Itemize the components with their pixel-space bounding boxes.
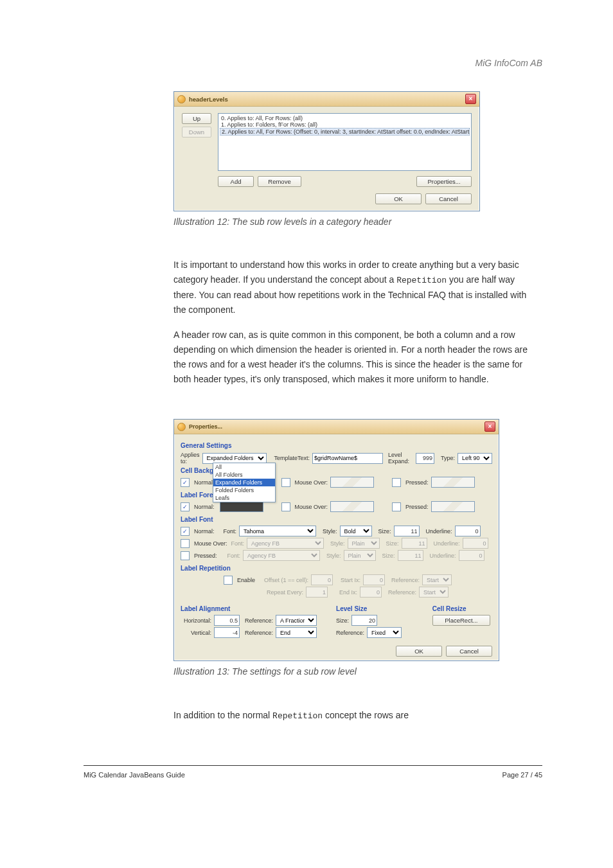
appliesto-label: Applies to: [181, 452, 200, 465]
illustration-12-caption: Illustration 12: The sub row levels in a… [173, 215, 443, 228]
close-icon[interactable]: × [484, 421, 495, 432]
font-pr-checkbox[interactable] [181, 551, 190, 560]
font-mo-checkbox[interactable] [181, 539, 190, 548]
font-select[interactable]: Tahoma [239, 526, 316, 536]
endix-label: End Ix: [339, 589, 357, 596]
list-item[interactable]: 0. Applies to: All, For Rows: (all) [220, 115, 470, 121]
mouseover-checkbox[interactable] [281, 478, 290, 487]
size-label: Size: [378, 528, 391, 535]
style-label-dis: Style: [330, 540, 345, 547]
fg-normal-swatch[interactable] [220, 501, 263, 512]
levelsize-input[interactable]: 20 [351, 615, 377, 626]
size-input[interactable]: 11 [394, 526, 420, 536]
props-cancel-button[interactable]: Cancel [446, 646, 492, 657]
underline-label-dis2: Underline: [430, 553, 456, 559]
offset-input: 0 [311, 574, 333, 585]
pressed-checkbox[interactable] [392, 478, 401, 487]
size-mo-input: 11 [402, 538, 427, 549]
list-item[interactable]: 2. Applies to: All, For Rows: (Offset: 0… [220, 128, 470, 136]
cellbg-mouseover-swatch[interactable] [330, 477, 374, 488]
properties-button[interactable]: Properties... [416, 176, 472, 187]
underline-label: Underline: [426, 528, 452, 535]
option-allfolders[interactable]: All Folders [213, 471, 275, 479]
font-mo-label: Mouse Over: [194, 540, 227, 547]
cellbg-pressed-swatch[interactable] [431, 477, 475, 488]
underline-label-dis: Underline: [434, 540, 460, 547]
repeat-label: Repeat Every: [267, 589, 303, 596]
ref-fraction-select[interactable]: A Fraction [276, 615, 317, 626]
font-mo-select: Agency FB [247, 538, 324, 549]
add-button[interactable]: Add [218, 176, 254, 187]
size-label-dis2: Size: [382, 553, 395, 559]
fg-normal-label: Normal: [194, 504, 215, 510]
fg-mouseover-swatch[interactable] [330, 501, 374, 512]
up-button[interactable]: Up [182, 113, 211, 124]
horiz-input[interactable]: 0.5 [214, 615, 240, 626]
remove-button[interactable]: Remove [258, 176, 301, 187]
font-label: Font: [224, 528, 237, 535]
font-label-dis2: Font: [227, 553, 241, 559]
horiz-label: Horizontal: [181, 617, 211, 624]
pressed-label: Pressed: [405, 479, 429, 486]
option-leafs[interactable]: Leafs [213, 494, 275, 502]
font-normal-checkbox[interactable]: ✓ [181, 527, 190, 536]
dialog2-title: Properties... [189, 423, 222, 430]
ok-button[interactable]: OK [375, 193, 422, 204]
mouseover-label: Mouse Over: [295, 479, 328, 486]
font-label-dis: Font: [231, 540, 245, 547]
font-normal-label: Normal: [194, 528, 215, 535]
window-orb-icon [177, 423, 186, 431]
ref-label3: Reference: [245, 617, 273, 624]
repeat-input: 1 [306, 587, 328, 598]
headerlevels-dialog: headerLevels × Up Down 0. Applies to: Al… [173, 91, 480, 211]
dialog1-title: headerLevels [189, 96, 228, 103]
placerect-button[interactable]: PlaceRect... [432, 615, 490, 626]
underline-mo-input: 0 [463, 538, 488, 549]
templatetxt-input[interactable] [312, 453, 383, 464]
levelsize-ref-select[interactable]: Fixed [367, 627, 402, 638]
appliesto-dropdown[interactable]: All All Folders Expanded Folders Folded … [213, 463, 276, 502]
cancel-button[interactable]: Cancel [425, 193, 472, 204]
list-item[interactable]: 1. Applies to: Folders, fFor Rows: (all) [220, 121, 470, 128]
normal-label: Normal: [194, 479, 215, 486]
appliesto-select[interactable]: Expanded Folders [202, 453, 267, 464]
offset-label: Offset (1 == cell): [264, 577, 308, 583]
ref-end-select[interactable]: End [276, 627, 317, 638]
type-select[interactable]: Left 90 [458, 453, 492, 464]
illustration-13-caption: Illustration 13: The settings for a sub … [173, 665, 529, 678]
close-icon[interactable]: × [465, 94, 476, 104]
startix-label: Start Ix: [341, 577, 360, 583]
enable-checkbox[interactable] [224, 576, 233, 585]
style-label: Style: [323, 528, 337, 535]
down-button[interactable]: Down [182, 127, 211, 137]
footer-doc: MiG Calendar JavaBeans Guide [84, 771, 185, 779]
section-cellresize: Cell Resize [432, 605, 492, 612]
section-labelrep: Label Repetition [181, 565, 492, 572]
option-folded[interactable]: Folded Folders [213, 486, 275, 494]
fg-normal-checkbox[interactable]: ✓ [181, 502, 190, 511]
type-label: Type: [441, 455, 455, 461]
vert-label: Vertical: [181, 630, 211, 636]
option-expanded[interactable]: Expanded Folders [213, 479, 275, 486]
fg-pressed-swatch[interactable] [431, 501, 475, 512]
paragraph-1: It is important to understand how this w… [173, 258, 529, 317]
style-pr-select: Plain [344, 550, 376, 561]
props-ok-button[interactable]: OK [396, 646, 442, 657]
style-label-dis2: Style: [326, 553, 341, 559]
font-pr-label: Pressed: [194, 553, 217, 559]
company-name: MiG InfoCom AB [84, 58, 542, 68]
fg-mouseover-checkbox[interactable] [281, 502, 290, 511]
endix-input: 0 [360, 587, 382, 598]
option-all[interactable]: All [213, 463, 275, 471]
underline-input[interactable]: 0 [455, 526, 481, 536]
vert-input[interactable]: -4 [214, 627, 240, 638]
window-orb-icon [177, 95, 186, 103]
normal-checkbox[interactable]: ✓ [181, 478, 190, 487]
levels-listbox[interactable]: 0. Applies to: All, For Rows: (all) 1. A… [218, 113, 472, 171]
ref-label2: Reference: [388, 589, 416, 596]
fg-pressed-checkbox[interactable] [392, 502, 401, 511]
size-pr-input: 11 [398, 550, 423, 561]
ref-label4: Reference: [245, 630, 273, 636]
levelexpand-input[interactable]: 999 [416, 453, 434, 464]
style-select[interactable]: Bold [340, 526, 372, 536]
